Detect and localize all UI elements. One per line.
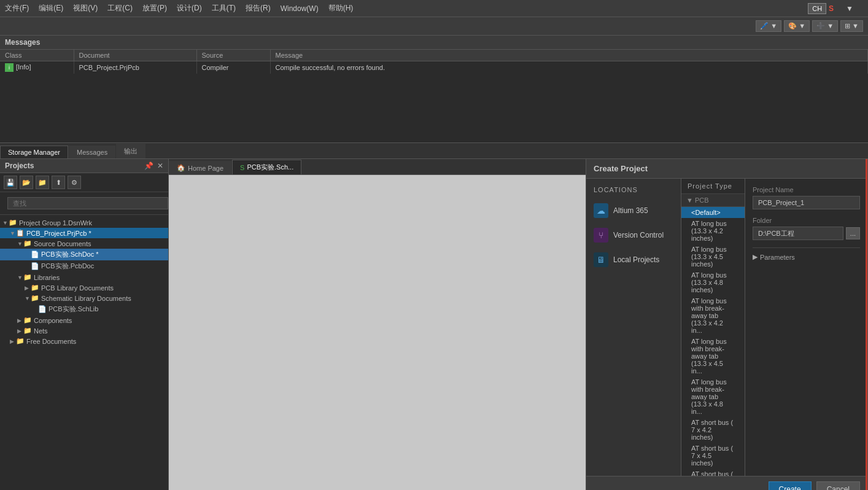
tab-storage-manager[interactable]: Storage Manager xyxy=(0,146,68,158)
tree-item-label: PCB实验.PcbDoc xyxy=(41,262,94,271)
tree-item[interactable]: ▼📋PCB_Project.PrjPcb * xyxy=(0,228,168,238)
parameters-toggle[interactable]: ▶ Parameters xyxy=(753,253,860,261)
open-folder-btn[interactable]: 📂 xyxy=(20,176,33,189)
menu-report[interactable]: 报告(R) xyxy=(246,3,271,14)
pt-item[interactable]: AT long bus with break-away tab (13.3 x … xyxy=(681,295,745,336)
pt-item[interactable]: <Default> xyxy=(681,207,745,218)
tree-item[interactable]: ▶📁Components xyxy=(0,315,168,325)
tree-item-label: Source Documents xyxy=(34,240,91,247)
project-config-panel: Project Name Folder ... ▶ Parameter xyxy=(745,179,867,476)
create-project-btn[interactable]: Create xyxy=(769,481,812,490)
home-page-label: Home Page xyxy=(188,165,223,172)
toolbar-btn-1[interactable]: 🖊️ ▼ xyxy=(756,20,781,32)
create-project-dialog: Create Project LOCATIONS ☁ Altium 365 ⑂ … xyxy=(586,159,868,490)
tree-expand-icon[interactable]: ▶ xyxy=(10,338,16,344)
col-document: Document xyxy=(74,50,196,61)
monitor-icon: 🖥 xyxy=(594,252,608,267)
import-btn[interactable]: ⬆ xyxy=(52,176,65,189)
dialog-footer: Create Cancel xyxy=(586,476,867,490)
menu-file[interactable]: 文件(F) xyxy=(5,3,29,14)
tree-item-icon: 📁 xyxy=(23,239,32,247)
msg-class: i[Info] xyxy=(0,61,74,74)
tab-home-page[interactable]: 🏠 Home Page xyxy=(169,161,231,174)
pt-item[interactable]: AT long bus with break-away tab (13.3 x … xyxy=(681,376,745,417)
menu-tools[interactable]: 工具(T) xyxy=(212,3,236,14)
tree-item[interactable]: ▼📁Schematic Library Documents xyxy=(0,293,168,303)
tree-expand-icon[interactable]: ▼ xyxy=(2,220,9,226)
language-selector[interactable]: CH xyxy=(808,3,826,14)
dialog-body: LOCATIONS ☁ Altium 365 ⑂ Version Control… xyxy=(586,179,867,476)
project-type-title: Project Type xyxy=(681,179,745,194)
messages-table: Class Document Source Message i[Info] PC… xyxy=(0,50,868,74)
tree-item[interactable]: 📄PCB实验.SchDoc * xyxy=(0,249,168,260)
tree-item-icon: 📁 xyxy=(16,337,25,345)
tree-item[interactable]: ▶📁PCB Library Documents xyxy=(0,282,168,293)
pt-item[interactable]: AT long bus with break-away tab (13.3 x … xyxy=(681,336,745,376)
pt-item[interactable]: AT long bus (13.3 x 4.8 inches) xyxy=(681,270,745,295)
folder-row: ... xyxy=(753,227,860,240)
tree-item[interactable]: ▼📁Source Documents xyxy=(0,238,168,249)
save-project-btn[interactable]: 💾 xyxy=(4,176,17,189)
tree-item[interactable]: 📄PCB实验.PcbDoc xyxy=(0,260,168,272)
projects-header: Projects 📌 ✕ xyxy=(0,159,168,173)
toolbar-btn-2[interactable]: 🎨 ▼ xyxy=(784,20,810,32)
toolbar-btn-4[interactable]: ⊞ ▼ xyxy=(840,20,863,32)
toolbar-btn-3[interactable]: ➕ ▼ xyxy=(812,20,838,32)
parameters-label: Parameters xyxy=(760,254,795,261)
tree-expand-icon[interactable]: ▼ xyxy=(17,241,23,247)
settings-btn[interactable]: ⚙ xyxy=(68,176,81,189)
tree-item[interactable]: ▶📁Nets xyxy=(0,325,168,336)
folder-input[interactable] xyxy=(753,227,843,240)
tree-item[interactable]: ▶📁Free Documents xyxy=(0,336,168,346)
tree-expand-icon[interactable]: ▼ xyxy=(17,274,23,281)
tree-item-icon: 📋 xyxy=(16,229,25,237)
pin-icon[interactable]: 📌 xyxy=(144,161,153,170)
location-altium365[interactable]: ☁ Altium 365 xyxy=(586,198,681,223)
projects-toolbar: 💾 📂 📁 ⬆ ⚙ xyxy=(0,173,168,192)
project-type-panel: Project Type ▼ PCB<Default>AT long bus (… xyxy=(681,179,745,476)
new-folder-btn[interactable]: 📁 xyxy=(36,176,49,189)
menu-window[interactable]: Window(W) xyxy=(281,4,319,13)
menu-place[interactable]: 放置(P) xyxy=(142,3,167,14)
tree-item[interactable]: 📄PCB实验.SchLib xyxy=(0,303,168,315)
pt-item[interactable]: AT short bus ( 7 x 4.8 inches) xyxy=(681,469,745,476)
menu-edit[interactable]: 编辑(E) xyxy=(39,3,63,14)
tree-item[interactable]: ▼📁Project Group 1.DsnWrk xyxy=(0,217,168,228)
locations-panel: LOCATIONS ☁ Altium 365 ⑂ Version Control… xyxy=(586,179,681,476)
messages-title: Messages xyxy=(0,36,868,50)
accent-line xyxy=(866,159,867,490)
menu-project[interactable]: 工程(C) xyxy=(107,3,133,14)
menu-dropdown-arrow[interactable]: ▼ xyxy=(846,4,853,13)
location-version-control[interactable]: ⑂ Version Control xyxy=(586,223,681,247)
project-type-list: ▼ PCB<Default>AT long bus (13.3 x 4.2 in… xyxy=(681,194,745,476)
tree-item-label: PCB实验.SchDoc * xyxy=(41,250,99,259)
tree-expand-icon[interactable]: ▼ xyxy=(25,295,31,301)
cancel-btn[interactable]: Cancel xyxy=(816,481,860,490)
tree-item-icon: 📁 xyxy=(9,219,17,227)
pt-item[interactable]: AT short bus ( 7 x 4.5 inches) xyxy=(681,443,745,469)
project-search-input[interactable] xyxy=(7,197,168,209)
tree-item-label: Project Group 1.DsnWrk xyxy=(19,219,92,227)
project-name-input[interactable] xyxy=(753,196,860,209)
chevron-right-icon: ▶ xyxy=(753,253,758,261)
tree-expand-icon[interactable]: ▼ xyxy=(10,230,16,236)
pt-item[interactable]: AT short bus ( 7 x 4.2 inches) xyxy=(681,417,745,443)
menu-view[interactable]: 视图(V) xyxy=(73,3,98,14)
project-tree: ▼📁Project Group 1.DsnWrk▼📋PCB_Project.Pr… xyxy=(0,215,168,490)
pt-item[interactable]: AT long bus (13.3 x 4.2 inches) xyxy=(681,218,745,244)
tree-expand-icon[interactable]: ▶ xyxy=(25,285,31,291)
locations-title: LOCATIONS xyxy=(586,184,681,198)
tree-expand-icon[interactable]: ▶ xyxy=(17,317,23,324)
menu-help[interactable]: 帮助(H) xyxy=(328,3,354,14)
tab-messages[interactable]: Messages xyxy=(69,146,115,158)
tree-item[interactable]: ▼📁Libraries xyxy=(0,272,168,282)
location-local-projects[interactable]: 🖥 Local Projects xyxy=(586,247,681,272)
tab-pcb-sch[interactable]: S PCB实验.Sch... xyxy=(232,160,301,174)
tree-item-label: PCB_Project.PrjPcb * xyxy=(26,230,91,237)
tree-expand-icon[interactable]: ▶ xyxy=(17,328,23,334)
menu-design[interactable]: 设计(D) xyxy=(177,3,202,14)
tab-output[interactable]: 输出 xyxy=(116,144,145,158)
browse-folder-btn[interactable]: ... xyxy=(846,227,860,239)
close-panel-icon[interactable]: ✕ xyxy=(157,161,163,170)
pt-item[interactable]: AT long bus (13.3 x 4.5 inches) xyxy=(681,244,745,270)
